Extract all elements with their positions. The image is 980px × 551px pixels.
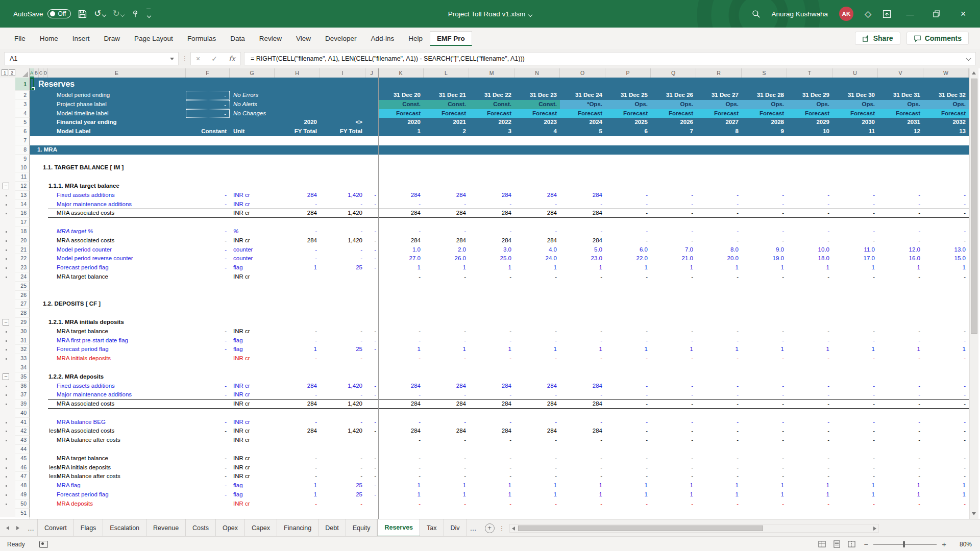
zoom-slider[interactable] [873, 544, 937, 545]
cell-Q23[interactable]: 1 [651, 263, 696, 272]
cell-G23[interactable]: flag [230, 263, 275, 272]
cell-O41[interactable]: - [560, 418, 605, 427]
cell-R42[interactable]: - [696, 427, 742, 436]
cell-U47[interactable]: - [832, 472, 878, 481]
cell-S2[interactable]: 31 Dec 28 [742, 91, 787, 100]
row-header-14[interactable]: 14 [15, 200, 30, 209]
cell-O13[interactable]: 284 [560, 191, 605, 200]
cell-E46[interactable]: lessMRA initials deposits [30, 463, 186, 472]
sheet-tab-escalation[interactable]: Escalation [103, 519, 146, 537]
cell-H33[interactable]: - [275, 354, 320, 363]
ribbon-tab-view[interactable]: View [289, 31, 318, 46]
cell-J30[interactable]: - [365, 327, 378, 336]
cell-U3[interactable]: Ops. [832, 100, 878, 109]
cell-Q5[interactable]: 2026 [651, 118, 696, 127]
cell-Q3[interactable]: Ops. [651, 100, 696, 109]
cell-H43[interactable] [275, 436, 320, 445]
cell-P22[interactable]: 22.0 [605, 254, 651, 263]
cell-S16[interactable]: - [742, 209, 787, 218]
cell-K33[interactable]: - [378, 354, 424, 363]
cell-P45[interactable]: - [605, 454, 651, 463]
close-button[interactable]: × [955, 9, 971, 19]
cell-U48[interactable]: 1 [832, 481, 878, 490]
cell-V13[interactable]: - [878, 191, 923, 200]
row-header-10[interactable]: 10 [15, 163, 30, 172]
cell-Q14[interactable]: - [651, 200, 696, 209]
cell-H46[interactable]: - [275, 463, 320, 472]
row-header-40[interactable]: 40 [15, 409, 30, 418]
column-header-S[interactable]: S [742, 68, 787, 78]
cell-O33[interactable]: - [560, 354, 605, 363]
row-header-48[interactable]: 48 [15, 481, 30, 490]
cell-E47[interactable]: lessMRA balance after costs [30, 472, 186, 481]
cell-P24[interactable]: - [605, 272, 651, 282]
cell-J4[interactable] [365, 109, 378, 118]
cell-K4[interactable]: Forecast [378, 109, 424, 118]
cell-T13[interactable]: - [787, 191, 832, 200]
cell-J48[interactable]: - [365, 481, 378, 490]
cell-U49[interactable]: 1 [832, 490, 878, 499]
cell-T36[interactable]: - [787, 382, 832, 391]
cell-N47[interactable]: - [514, 472, 560, 481]
cell-S5[interactable]: 2028 [742, 118, 787, 127]
cell-P20[interactable]: - [605, 236, 651, 245]
cell-N4[interactable]: Forecast [514, 109, 560, 118]
cell-N6[interactable]: 4 [514, 127, 560, 136]
cell-R37[interactable]: - [696, 390, 742, 399]
cell-E14[interactable]: Major maintenance additions [30, 200, 186, 209]
cell-G33[interactable]: INR cr [230, 354, 275, 363]
cell-Q33[interactable]: - [651, 354, 696, 363]
collapse-outline-button[interactable]: − [3, 319, 9, 325]
cell-H32[interactable]: 1 [275, 345, 320, 354]
cell-L31[interactable]: - [424, 336, 469, 345]
cell-Q36[interactable]: - [651, 382, 696, 391]
cell-W20[interactable]: - [923, 236, 969, 245]
cell-I13[interactable]: 1,420 [320, 191, 365, 200]
cell-M45[interactable]: - [469, 454, 514, 463]
cell-R31[interactable]: - [696, 336, 742, 345]
cell-U42[interactable]: - [832, 427, 878, 436]
cell-J13[interactable]: - [365, 191, 378, 200]
cell-S13[interactable]: - [742, 191, 787, 200]
cell-W46[interactable]: - [923, 463, 969, 472]
cell-W18[interactable]: - [923, 227, 969, 236]
cell-Q13[interactable]: - [651, 191, 696, 200]
row-header-4[interactable]: 4 [15, 109, 30, 118]
row-header-28[interactable]: 28 [15, 309, 30, 318]
cell-L3[interactable]: Const. [424, 100, 469, 109]
cell-R48[interactable]: 1 [696, 481, 742, 490]
cell-V16[interactable]: - [878, 209, 923, 218]
cell-L22[interactable]: 26.0 [424, 254, 469, 263]
cell-N16[interactable]: 284 [514, 209, 560, 218]
cell-S43[interactable]: - [742, 436, 787, 445]
scroll-up-icon[interactable] [972, 71, 976, 74]
cell-I16[interactable]: 1,420 [320, 209, 365, 218]
cell-L49[interactable]: 1 [424, 490, 469, 499]
cell-F33[interactable] [186, 354, 230, 363]
cell-U21[interactable]: 11.0 [832, 245, 878, 255]
cell-G2[interactable]: No Errors [230, 91, 275, 100]
cell-I3[interactable] [320, 100, 365, 109]
cell-T49[interactable]: 1 [787, 490, 832, 499]
cell-G22[interactable]: counter [230, 254, 275, 263]
ribbon-tab-file[interactable]: File [7, 31, 33, 46]
sheet-tab-financing[interactable]: Financing [277, 519, 318, 537]
cell-E44[interactable] [30, 445, 969, 454]
cell-S18[interactable]: - [742, 227, 787, 236]
cell-J37[interactable]: - [365, 390, 378, 399]
cell-U36[interactable]: - [832, 382, 878, 391]
cell-W3[interactable]: Ops. [923, 100, 969, 109]
row-header-1[interactable]: 1 [15, 78, 30, 91]
cell-U39[interactable]: - [832, 399, 878, 409]
cell-E25[interactable] [30, 282, 969, 291]
cell-E16[interactable]: MRA associated costs [30, 209, 186, 218]
zoom-out-icon[interactable]: − [864, 540, 868, 548]
cell-U46[interactable]: - [832, 463, 878, 472]
row-header-37[interactable]: 37 [15, 390, 30, 399]
cell-Q20[interactable]: - [651, 236, 696, 245]
cell-R50[interactable]: - [696, 499, 742, 509]
cell-Q4[interactable]: Forecast [651, 109, 696, 118]
row-header-43[interactable]: 43 [15, 436, 30, 445]
cell-U37[interactable]: - [832, 390, 878, 399]
cell-L30[interactable]: - [424, 327, 469, 336]
